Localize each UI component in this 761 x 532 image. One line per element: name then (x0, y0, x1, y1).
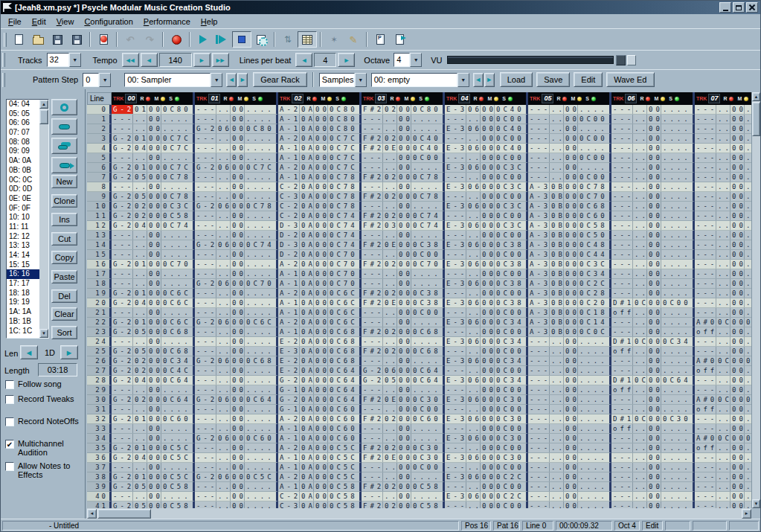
machine-field[interactable]: 00 (731, 221, 745, 230)
pattern-cell[interactable]: A-10A000C7C (278, 153, 362, 163)
pattern-cell[interactable]: ---..00.... (362, 337, 445, 347)
instrument-field[interactable]: 04 (133, 453, 147, 462)
pattern-cell[interactable]: ---..00.... (611, 211, 695, 221)
machine-field[interactable]: 00 (481, 134, 495, 143)
note-field[interactable]: --- (362, 250, 383, 259)
instrument-field[interactable]: .. (133, 308, 147, 317)
instrument-field[interactable]: .. (633, 453, 647, 462)
s-led-icon[interactable] (591, 96, 597, 102)
machine-field[interactable]: 00 (397, 501, 411, 508)
instrument-field[interactable]: 0A (300, 443, 314, 452)
command-field[interactable]: 0C00 (495, 289, 526, 298)
note-field[interactable]: --- (611, 182, 633, 191)
instrument-field[interactable]: 04 (133, 376, 147, 385)
pattern-cell[interactable]: A-10A000C5C (278, 453, 362, 463)
machine-field[interactable]: 00 (647, 211, 661, 220)
note-field[interactable]: --- (195, 115, 216, 124)
pattern-cell[interactable]: D#10C000C34 (611, 337, 695, 347)
instrument-field[interactable]: .. (216, 260, 231, 269)
command-field[interactable]: 0C00 (495, 269, 526, 278)
command-field[interactable]: .... (745, 269, 751, 278)
pattern-cell[interactable]: ---..00.... (112, 231, 195, 240)
note-field[interactable]: --- (195, 501, 216, 508)
note-field[interactable]: --- (445, 308, 466, 317)
command-field[interactable]: 0C78 (245, 202, 276, 211)
note-field[interactable]: D-3 (278, 221, 300, 230)
machine-field[interactable]: 00 (731, 298, 745, 307)
command-field[interactable]: .... (661, 395, 693, 404)
instrument-field[interactable]: 06 (466, 202, 481, 211)
note-field[interactable]: --- (445, 366, 466, 375)
pattern-cell[interactable]: E-306000C3C (445, 221, 528, 231)
note-field[interactable]: A-3 (528, 279, 550, 288)
instrument-field[interactable]: .. (550, 366, 564, 375)
note-field[interactable]: --- (112, 337, 133, 346)
instrument-field[interactable]: .. (216, 463, 231, 472)
machine-field[interactable]: 00 (147, 472, 161, 481)
instrument-field[interactable]: .. (633, 318, 647, 327)
pattern-cell[interactable]: A-30B000C68 (528, 202, 611, 211)
machine-field[interactable]: 00 (647, 240, 661, 249)
pattern-cell[interactable]: A-30B000C70 (528, 192, 611, 202)
note-field[interactable]: --- (445, 289, 466, 298)
instrument-field[interactable]: .. (466, 424, 481, 433)
instrument-field[interactable]: .. (216, 221, 231, 230)
command-field[interactable]: 0C34 (161, 356, 193, 365)
note-field[interactable]: --- (611, 463, 633, 472)
note-field[interactable]: G-1 (278, 385, 300, 394)
note-field[interactable]: --- (611, 250, 633, 259)
instrument-field[interactable]: .. (216, 115, 231, 124)
machine-field[interactable]: 00 (314, 501, 328, 508)
command-field[interactable]: .... (661, 405, 693, 414)
instrument-field[interactable]: 06 (466, 356, 481, 365)
machine-field[interactable]: 00 (647, 250, 661, 259)
pattern-cell[interactable]: ---..000C00 (445, 385, 528, 395)
instrument-field[interactable]: .. (716, 308, 731, 317)
note-field[interactable]: A-3 (528, 298, 550, 307)
command-field[interactable]: 0C34 (495, 337, 526, 346)
note-field[interactable]: A-2 (278, 318, 300, 327)
note-field[interactable]: --- (362, 163, 383, 172)
pattern-cell[interactable]: ---..00.... (695, 279, 751, 289)
command-field[interactable]: 0C00 (495, 443, 526, 452)
note-field[interactable]: --- (112, 182, 133, 191)
note-field[interactable]: --- (445, 347, 466, 356)
pattern-cell[interactable]: ---..000C00 (445, 308, 528, 318)
pattern-cell[interactable]: ---..00.... (611, 482, 695, 492)
command-field[interactable]: .... (245, 250, 276, 259)
pattern-cell[interactable]: off..00.. (695, 366, 751, 376)
instrument-field[interactable]: .. (383, 472, 397, 481)
instrument-field[interactable]: 02 (383, 192, 397, 201)
note-field[interactable]: G-2 (112, 144, 133, 153)
note-field[interactable]: --- (445, 269, 466, 278)
instrument-field[interactable]: 01 (133, 163, 147, 172)
pattern-cell[interactable]: E-306000C30 (445, 395, 528, 405)
machine-field[interactable]: 00 (147, 501, 161, 508)
pattern-cell[interactable]: ---..00.... (195, 289, 278, 298)
pattern-cell[interactable]: F#202000C38 (362, 289, 445, 298)
volume-slider-track[interactable] (627, 55, 636, 65)
note-field[interactable]: --- (611, 134, 633, 143)
note-field[interactable]: --- (528, 163, 550, 172)
instrument-field[interactable]: 04 (133, 144, 147, 153)
command-field[interactable]: .... (661, 424, 693, 433)
machine-field[interactable]: 00 (481, 492, 495, 501)
instrument-field[interactable]: .. (716, 472, 731, 481)
note-field[interactable]: --- (528, 492, 550, 501)
machine-field[interactable]: 00 (731, 153, 745, 162)
s-led-icon[interactable] (174, 96, 180, 102)
instrument-field[interactable]: 0A (300, 424, 314, 433)
pattern-cell[interactable]: G-206000C7C (195, 163, 278, 173)
command-field[interactable]: 0C60 (328, 434, 359, 443)
instrument-field[interactable]: 0A (300, 192, 314, 201)
pattern-cell[interactable]: G-206000C64 (362, 366, 445, 376)
pattern-cell[interactable]: ---..00.... (611, 221, 695, 231)
command-field[interactable]: .... (745, 501, 751, 508)
machine-select[interactable]: 00: Sampler ▼ (124, 73, 222, 87)
instrument-field[interactable]: .. (133, 269, 147, 278)
note-field[interactable]: --- (528, 463, 550, 472)
note-field[interactable]: A-1 (278, 308, 300, 317)
pattern-cell[interactable]: ---..00.... (695, 424, 751, 434)
command-field[interactable]: 0C80 (245, 124, 276, 133)
machine-field[interactable]: 00 (481, 115, 495, 124)
